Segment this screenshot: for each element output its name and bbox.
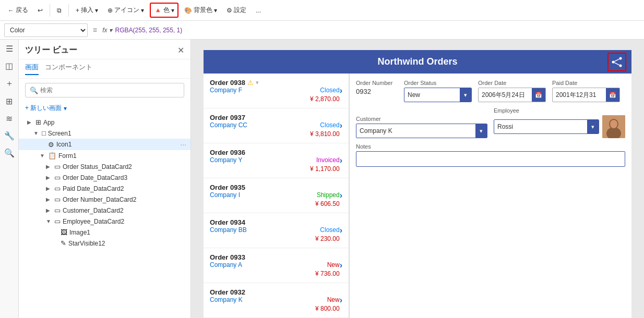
company-0937: Company CC <box>210 121 247 130</box>
paid-date-calendar-btn[interactable]: 📅 <box>606 88 619 102</box>
tree-item-icon1[interactable]: ⚙ Icon1 ··· <box>19 139 190 150</box>
tree-label-form1: Form1 <box>58 152 186 160</box>
new-screen-chevron[interactable]: ▾ <box>64 105 67 112</box>
scatter-svg <box>611 56 623 68</box>
tree-label-customer: Customer_DataCard2 <box>63 207 186 214</box>
toolbar: ← 戻る ↩ ⧉ + 挿入 ▾ ⊕ アイコン ▾ 🔺 色 ▾ 🎨 背景色 ▾ ⚙… <box>0 0 644 21</box>
circle-icon: ⊕ <box>108 7 113 14</box>
formula-bar: Color = fx ▾ RGBA(255, 255, 255, 1) <box>0 21 644 40</box>
company-0933: Company A <box>210 261 242 270</box>
customer-select[interactable]: Company K ▾ <box>356 124 487 138</box>
avatar-image <box>602 115 625 138</box>
search-icon[interactable]: 🔍 <box>4 148 15 158</box>
order-status-select[interactable]: New ▾ <box>404 88 472 102</box>
app-frame: Northwind Orders <box>204 50 631 318</box>
copy-button[interactable]: ⧉ <box>53 4 65 17</box>
tree-label-starvisible: StarVisible12 <box>68 240 186 247</box>
order-item-0935[interactable]: Order 0935 Company I Shipped ¥ 606.50 › <box>204 178 349 213</box>
tree-item-order-date[interactable]: ▶ ▭ Order Date_DataCard3 <box>19 172 190 183</box>
order-item-0932[interactable]: Order 0932 Company K New ¥ 800.00 › <box>204 283 349 318</box>
insert-chevron: ▾ <box>95 7 98 14</box>
add-icon[interactable]: ＋ <box>5 78 14 89</box>
sidebar-close-button[interactable]: ✕ <box>177 45 184 55</box>
variables-icon[interactable]: ≋ <box>6 114 13 124</box>
tree-item-paid-date[interactable]: ▶ ▭ Paid Date_DataCard2 <box>19 183 190 194</box>
sidebar-title: ツリー ビュー <box>25 45 77 56</box>
menu-icon[interactable]: ☰ <box>6 44 13 54</box>
tree-chevron-employee: ▼ <box>46 218 52 224</box>
order-item-0934[interactable]: Order 0934 Company BB Closed ¥ 230.00 › <box>204 213 349 248</box>
employee-select[interactable]: Rossi ▾ <box>494 119 599 134</box>
icon1-more[interactable]: ··· <box>180 140 186 149</box>
company-0932: Company K <box>210 296 243 304</box>
search-input[interactable] <box>40 87 180 94</box>
svg-line-3 <box>614 59 619 62</box>
tree-item-order-number[interactable]: ▶ ▭ Order Number_DataCard2 <box>19 194 190 205</box>
warning-icon-0938: ⚠ <box>247 79 254 87</box>
bg-icon: 🎨 <box>184 7 192 14</box>
data-icon[interactable]: ⊞ <box>6 96 13 106</box>
color-button[interactable]: 🔺 色 ▾ <box>150 3 178 18</box>
insert-label: 挿入 <box>81 6 93 15</box>
more-button[interactable]: ... <box>252 4 265 17</box>
tree-label-order-date: Order Date_DataCard3 <box>63 174 186 181</box>
sidebar-search-container: 🔍 <box>25 83 184 97</box>
tree-item-app[interactable]: ▶ ⊞ App <box>19 117 190 128</box>
status-0933: New <box>327 261 340 268</box>
bg-color-button[interactable]: 🎨 背景色 ▾ <box>181 3 221 17</box>
tree-item-screen1[interactable]: ▼ □ Screen1 <box>19 128 190 139</box>
settings-button[interactable]: ⚙ 設定 <box>223 3 250 17</box>
tree-label-employee: Employee_DataCard2 <box>63 218 186 225</box>
formula-dropdown[interactable]: Color <box>4 23 88 37</box>
left-icons-bar: ☰ ◫ ＋ ⊞ ≋ 🔧 🔍 <box>0 40 19 318</box>
tab-screen[interactable]: 画面 <box>25 63 39 75</box>
tree-chevron-order-status: ▶ <box>46 164 52 169</box>
undo-button[interactable]: ↩ <box>34 4 46 17</box>
customer-dropdown-btn[interactable]: ▾ <box>475 124 487 138</box>
svg-point-2 <box>619 64 622 67</box>
fx-indicator[interactable]: fx ▾ <box>102 27 112 34</box>
tree-item-starvisible[interactable]: ✎ StarVisible12 <box>19 238 190 249</box>
order-item-0936[interactable]: Order 0936 Company Y Invoiced ¥ 1,170.00… <box>204 143 349 178</box>
svg-point-0 <box>612 60 615 63</box>
datacard-paid-icon: ▭ <box>54 185 61 192</box>
dropdown-icon-0938: ▾ <box>256 79 259 86</box>
tree-label-app: App <box>43 119 186 126</box>
employee-dropdown-btn[interactable]: ▾ <box>587 120 599 133</box>
order-date-calendar-btn[interactable]: 📅 <box>532 88 545 102</box>
chevron-0938: › <box>340 86 342 95</box>
order-status-text: New <box>404 91 460 99</box>
order-item-0937[interactable]: Order 0937 Company CC Closed ¥ 3,810.00 … <box>204 108 349 143</box>
tree-item-image1[interactable]: 🖼 Image1 <box>19 227 190 238</box>
tree-item-order-status[interactable]: ▶ ▭ Order Status_DataCard2 <box>19 161 190 172</box>
tree-label-screen1: Screen1 <box>48 130 186 137</box>
scatter-icon-btn[interactable] <box>607 53 626 71</box>
order-item-0933[interactable]: Order 0933 Company A New ¥ 736.00 › <box>204 248 349 283</box>
order-name-0936: Order 0936 <box>210 149 245 156</box>
icon-button[interactable]: ⊕ アイコン ▾ <box>104 3 148 17</box>
order-status-dropdown-btn[interactable]: ▾ <box>460 88 471 102</box>
order-number-label: Order Number <box>356 80 398 86</box>
insert-button[interactable]: + 挿入 ▾ <box>72 3 102 17</box>
order-info-0933: Order 0933 Company A New ¥ 736.00 <box>210 253 340 277</box>
notes-input[interactable] <box>356 151 625 167</box>
tree-label-image1: Image1 <box>69 229 186 236</box>
tree-item-form1[interactable]: ▼ 📋 Form1 <box>19 150 190 161</box>
app-header: Northwind Orders <box>204 50 631 74</box>
image1-icon: 🖼 <box>61 228 67 236</box>
back-button[interactable]: ← 戻る <box>4 3 32 17</box>
order-date-picker[interactable]: 2006年5月24日 📅 <box>478 88 546 102</box>
status-0932: New <box>327 296 340 303</box>
paid-date-picker[interactable]: 2001年12月31 📅 <box>552 88 620 102</box>
layers-icon[interactable]: ◫ <box>5 61 13 71</box>
order-info-0938: Order 0938 ⚠ ▾ Company F Closed ¥ 2,870.… <box>210 79 340 103</box>
tools-icon[interactable]: 🔧 <box>4 131 15 141</box>
tab-component[interactable]: コンポーネント <box>45 63 92 75</box>
tree-label-order-status: Order Status_DataCard2 <box>63 163 186 170</box>
tree-item-employee[interactable]: ▼ ▭ Employee_DataCard2 <box>19 216 190 227</box>
amount-0937: ¥ 3,810.00 <box>310 130 340 138</box>
order-item-0938[interactable]: Order 0938 ⚠ ▾ Company F Closed ¥ 2,870.… <box>204 74 349 108</box>
sidebar: ツリー ビュー ✕ 画面 コンポーネント 🔍 + 新しい画面 ▾ ▶ ⊞ App <box>19 40 191 318</box>
tree-item-customer[interactable]: ▶ ▭ Customer_DataCard2 <box>19 205 190 216</box>
new-screen-button[interactable]: + 新しい画面 ▾ <box>19 102 190 115</box>
